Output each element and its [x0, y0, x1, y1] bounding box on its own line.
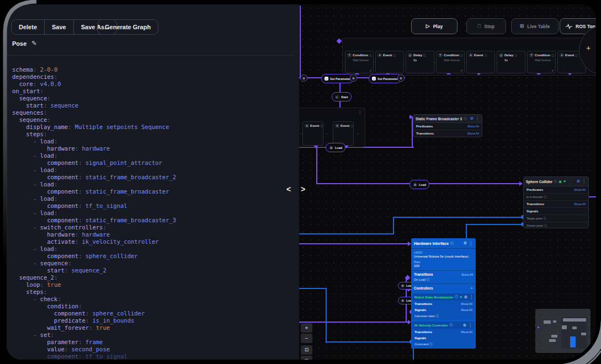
- code-line: - load:: [12, 138, 295, 145]
- signal-row[interactable]: Target pose ⓘ: [526, 217, 546, 221]
- show-all-link[interactable]: Show All: [461, 330, 472, 334]
- set-parameter-pill[interactable]: ✓ Set Parameter: [369, 74, 401, 83]
- kebab-menu-icon[interactable]: ⋮: [468, 323, 472, 328]
- code-line: steps:: [12, 288, 295, 296]
- step-arrow-icon: →: [355, 131, 359, 136]
- show-all-link[interactable]: Show All: [461, 302, 472, 306]
- gear-icon[interactable]: ⚙: [470, 116, 474, 121]
- play-button[interactable]: ▷ Play: [411, 18, 458, 34]
- fit-view-button[interactable]: ⊡: [301, 345, 312, 355]
- code-line: - check:: [12, 296, 295, 303]
- code-line: hardware: hardware: [12, 231, 295, 238]
- graph-node-delay[interactable]: ◷Delayⓘ1s: [406, 51, 434, 73]
- zoom-out-button[interactable]: −: [301, 334, 312, 343]
- code-line: - load:: [12, 195, 295, 202]
- card-title: IK Velocity Controller: [414, 324, 448, 327]
- stop-button[interactable]: □ Stop: [466, 18, 506, 34]
- show-all-link[interactable]: Show All: [461, 273, 473, 276]
- card-static-frame-broadcaster-3[interactable]: Static Frame Broadcaster 3 ⓘ ⚙ ⋮ Predica…: [413, 114, 482, 137]
- graph-node-event[interactable]: ✦Eventⓘ: [466, 51, 495, 73]
- save-button[interactable]: Save: [44, 20, 73, 34]
- graph-node-event[interactable]: ✦Eventⓘ: [302, 121, 323, 146]
- signal-row[interactable]: Command ⓘ: [414, 342, 432, 346]
- load-pill[interactable]: ⚙ Load: [326, 143, 345, 152]
- row-label: Transitions: [416, 132, 434, 135]
- collider-flag-icon: ⚑: [563, 180, 566, 183]
- signal-row[interactable]: Cartesian state ⓘ: [414, 314, 439, 318]
- gear-node-icon[interactable]: ⚙: [397, 74, 405, 82]
- code-line: component: static_frame_broadcaster_3: [12, 217, 295, 224]
- kebab-menu-icon[interactable]: ⋮: [475, 116, 480, 121]
- edit-name-icon[interactable]: ✎: [31, 40, 36, 47]
- show-all-link[interactable]: Show All: [574, 188, 586, 191]
- delay-icon: ◷: [499, 53, 503, 57]
- card-ik-velocity-controller[interactable]: IK Velocity Controller ⓘ ⚙ ⋮ Transitions…: [412, 322, 475, 347]
- live-table-button[interactable]: ⊞ Live Table: [511, 18, 559, 34]
- kebab-menu-icon[interactable]: ⋮: [469, 241, 473, 246]
- gear-icon: ⚙: [329, 146, 333, 150]
- load-pill[interactable]: ⚙ Load: [409, 180, 429, 189]
- card-sphere-collider[interactable]: Sphere Collider ⓘ ▣ ⚑ ⚙ ⋮ Predicates Sho…: [523, 176, 589, 228]
- start-pill[interactable]: ▷ Start: [332, 92, 352, 101]
- predicate-row[interactable]: is in bounds ⓘ: [526, 195, 546, 199]
- minimap[interactable]: [535, 309, 591, 353]
- signal-row[interactable]: Center pose ⓘ: [526, 224, 547, 228]
- gear-icon[interactable]: ⚙: [464, 295, 467, 299]
- code-line: sequence:: [12, 116, 295, 124]
- gear-node-icon[interactable]: ⚙: [350, 74, 357, 82]
- condition-icon: ?: [438, 53, 443, 57]
- event-icon: ✦: [469, 53, 473, 57]
- generate-graph-button[interactable]: Generate Graph: [98, 20, 158, 34]
- expand-panel-chevron-right[interactable]: >: [301, 184, 305, 194]
- collapse-panel-chevron-left[interactable]: <: [286, 184, 291, 194]
- card-hardware-interface[interactable]: Hardware Interface ⓘ ⚙ ⋮ URDF Universal …: [411, 238, 476, 349]
- graph-node-condition[interactable]: ?ConditionⓘWait forever✓: [436, 51, 465, 73]
- minimap-node: [572, 326, 577, 329]
- gear-icon: ⚙: [413, 183, 417, 187]
- graph-node-condition[interactable]: ?ConditionⓘWait forever✓: [527, 51, 556, 73]
- row-label: Predicates: [526, 188, 543, 191]
- toggle-minimap-button[interactable]: ▦: [301, 356, 312, 360]
- delete-button[interactable]: Delete: [12, 20, 44, 34]
- graph-canvas[interactable]: >: [299, 4, 596, 360]
- code-block[interactable]: schema: 2-0-0dependencies: core: v4.0.0o…: [12, 66, 295, 360]
- kebab-menu-icon[interactable]: ⋮: [582, 179, 586, 184]
- signal-edge: [466, 224, 523, 225]
- show-all-link[interactable]: Show All: [574, 202, 586, 206]
- code-panel: Delete Save Save As... Generate Graph Po…: [7, 4, 299, 360]
- code-line: - sequence:: [12, 260, 295, 267]
- add-controller-icon[interactable]: +: [470, 286, 473, 291]
- code-line: wait_forever: true: [12, 324, 295, 331]
- graph-node-condition[interactable]: ?ConditionⓘWait forever✓: [345, 51, 374, 73]
- delay-icon: ◷: [408, 53, 412, 57]
- check-icon: ✓: [551, 68, 554, 72]
- graph-node-event[interactable]: ✦Eventⓘ: [333, 121, 354, 146]
- sequence-name: Pose: [12, 40, 26, 47]
- show-all-link[interactable]: Show All: [467, 132, 479, 135]
- minimap-node: [563, 318, 586, 322]
- event-icon: ✦: [377, 53, 382, 57]
- graph-node-delay[interactable]: ◷Delayⓘ1s: [497, 51, 525, 73]
- info-icon: ⓘ: [450, 323, 453, 327]
- code-line: hardware: hardware: [12, 145, 295, 152]
- show-all-link[interactable]: Show All: [461, 308, 472, 312]
- card-robot-state-broadcaster[interactable]: Robot State Broadcaster ⓘ ⚑ ⚙ ⋮ Transiti…: [412, 293, 475, 319]
- gear-icon[interactable]: ⚙: [463, 323, 466, 328]
- group-menu-icon[interactable]: ⋮: [358, 110, 362, 115]
- code-line: start: sequence_2: [12, 267, 295, 274]
- show-all-link[interactable]: Show All: [467, 125, 479, 128]
- set-parameter-pill[interactable]: ✓ Set Parameter: [321, 74, 354, 83]
- code-line: core: v4.0.0: [12, 81, 295, 88]
- gear-icon[interactable]: ⚙: [464, 241, 467, 245]
- zoom-in-button[interactable]: +: [301, 323, 312, 333]
- code-line: - load:: [12, 210, 295, 217]
- graph-node-event[interactable]: ✦Eventⓘ: [375, 51, 404, 73]
- stop-icon: □: [478, 24, 481, 29]
- gear-node-icon[interactable]: ⚙: [300, 74, 307, 82]
- code-line: - switch_controllers:: [12, 224, 295, 231]
- minimap-node: [562, 325, 567, 329]
- signal-edge: [393, 217, 523, 218]
- gear-icon[interactable]: ⚙: [577, 179, 580, 184]
- transition-row[interactable]: On Load ⓘ: [414, 278, 429, 282]
- kebab-menu-icon[interactable]: ⋮: [469, 295, 474, 299]
